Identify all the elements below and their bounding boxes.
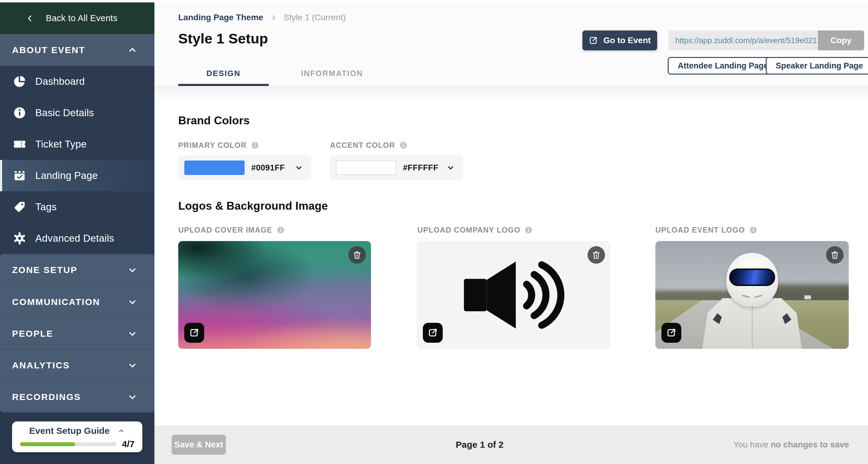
open-company-logo-button[interactable] — [423, 323, 443, 343]
event-logo-image — [655, 241, 849, 349]
upload-cards — [178, 241, 849, 349]
event-setup-guide-toggle[interactable]: Event Setup Guide — [20, 426, 134, 436]
group-label: ZONE SETUP — [12, 265, 78, 275]
save-next-button[interactable]: Save & Next — [172, 435, 226, 455]
page-title: Style 1 Setup — [178, 30, 268, 47]
breadcrumb: Landing Page Theme Style 1 (Current) — [178, 13, 346, 22]
group-label: COMMUNICATION — [12, 297, 100, 307]
sidebar-item-dashboard[interactable]: Dashboard — [0, 66, 154, 97]
progress-fill — [20, 442, 75, 446]
open-event-logo-button[interactable] — [661, 323, 681, 343]
sidebar-item-label: Basic Details — [35, 107, 94, 119]
guide-progress: 4/7 — [20, 439, 134, 449]
external-link-icon — [666, 327, 677, 338]
chevron-up-icon — [117, 427, 125, 435]
info-icon[interactable] — [399, 141, 407, 149]
delete-cover-image-button[interactable] — [348, 246, 366, 264]
trash-icon — [352, 250, 362, 260]
info-icon[interactable] — [525, 226, 533, 234]
sidebar-group-zone-setup[interactable]: ZONE SETUP — [0, 254, 154, 286]
open-cover-image-button[interactable] — [184, 323, 204, 343]
info-icon — [13, 106, 26, 120]
speaker-logo — [449, 251, 579, 339]
back-label: Back to All Events — [46, 13, 118, 23]
primary-color-swatch — [184, 160, 245, 175]
gear-icon — [13, 232, 26, 245]
color-pickers: #0091FF #FFFFFF — [178, 155, 849, 180]
racing-driver-figure — [701, 253, 803, 349]
accent-color-label: ACCENT COLOR — [330, 141, 395, 150]
status-prefix: You have — [734, 440, 771, 449]
trash-icon — [591, 250, 601, 260]
sidebar-item-landing-page[interactable]: Landing Page — [0, 160, 154, 191]
chevron-down-icon — [127, 360, 137, 370]
sidebar-group-recordings[interactable]: RECORDINGS — [0, 381, 154, 412]
back-to-all-events-button[interactable]: Back to All Events — [0, 2, 154, 34]
cover-image-preview — [178, 241, 371, 349]
app-window: Back to All Events ABOUT EVENT Dashboard… — [0, 0, 868, 464]
chevron-down-icon — [127, 265, 137, 275]
copy-button[interactable]: Copy — [818, 30, 864, 51]
sidebar-group-communication[interactable]: COMMUNICATION — [0, 286, 154, 317]
page-indicator: Page 1 of 2 — [226, 439, 734, 450]
sidebar-item-basic-details[interactable]: Basic Details — [0, 97, 154, 128]
primary-color-label-group: PRIMARY COLOR — [178, 141, 311, 150]
sidebar-item-ticket-type[interactable]: Ticket Type — [0, 128, 154, 160]
event-label-group: UPLOAD EVENT LOGO — [655, 226, 849, 235]
chevron-down-icon — [127, 329, 137, 339]
upload-event-logo-label: UPLOAD EVENT LOGO — [655, 226, 745, 235]
about-event-label: ABOUT EVENT — [12, 45, 85, 55]
sidebar-section-about-event[interactable]: ABOUT EVENT — [0, 34, 154, 66]
sidebar-group-analytics[interactable]: ANALYTICS — [0, 349, 154, 381]
trash-icon — [830, 250, 840, 260]
upload-cover-image-label: UPLOAD COVER IMAGE — [178, 226, 272, 235]
accent-color-label-group: ACCENT COLOR — [330, 141, 407, 150]
chevron-down-icon — [446, 163, 455, 172]
breadcrumb-landing-page-theme[interactable]: Landing Page Theme — [178, 13, 263, 22]
footer-bar: Save & Next Page 1 of 2 You have no chan… — [154, 425, 868, 464]
sidebar-item-label: Ticket Type — [35, 138, 87, 150]
save-status: You have no changes to save — [734, 440, 849, 450]
tab-bar: DESIGN INFORMATION — [178, 69, 377, 86]
sidebar-item-tags[interactable]: Tags — [0, 191, 154, 223]
accent-color-picker[interactable]: #FFFFFF — [330, 155, 463, 180]
info-icon[interactable] — [251, 141, 259, 149]
delete-event-logo-button[interactable] — [826, 246, 843, 264]
go-to-event-label: Go to Event — [603, 36, 651, 45]
cover-label-group: UPLOAD COVER IMAGE — [178, 226, 372, 235]
accent-color-swatch — [336, 160, 396, 175]
sidebar-item-advanced-details[interactable]: Advanced Details — [0, 223, 154, 254]
sidebar-footer: Event Setup Guide 4/7 — [0, 412, 154, 464]
event-url[interactable]: https://app.zuddl.com/p/a/event/519e021.… — [669, 30, 818, 51]
speaker-landing-page-button[interactable]: Speaker Landing Page — [766, 57, 868, 74]
go-to-event-button[interactable]: Go to Event — [582, 30, 657, 51]
upload-labels: UPLOAD COVER IMAGE UPLOAD COMPANY LOGO U… — [178, 226, 849, 235]
event-logo-preview — [655, 241, 849, 349]
sidebar-collapsed-groups: ZONE SETUP COMMUNICATION PEOPLE ANALYTIC… — [0, 254, 154, 412]
guide-title: Event Setup Guide — [29, 426, 110, 436]
chevron-left-icon — [25, 14, 34, 23]
tab-design[interactable]: DESIGN — [178, 69, 269, 86]
delete-company-logo-button[interactable] — [588, 246, 605, 264]
sidebar-item-label: Advanced Details — [35, 233, 114, 244]
pie-chart-icon — [13, 75, 26, 88]
event-url-group: https://app.zuddl.com/p/a/event/519e021.… — [669, 30, 864, 51]
chevron-up-icon — [127, 45, 137, 55]
breadcrumb-current: Style 1 (Current) — [284, 13, 346, 22]
attendee-landing-page-button[interactable]: Attendee Landing Page — [668, 57, 778, 74]
cover-image — [178, 241, 371, 349]
page-header: Landing Page Theme Style 1 (Current) Sty… — [154, 2, 868, 86]
group-label: PEOPLE — [12, 329, 53, 339]
tab-information[interactable]: INFORMATION — [287, 69, 377, 86]
status-bold: no changes to save — [771, 440, 849, 449]
primary-color-picker[interactable]: #0091FF — [178, 155, 311, 180]
sidebar-group-people[interactable]: PEOPLE — [0, 317, 154, 349]
info-icon[interactable] — [277, 226, 285, 234]
brand-colors-heading: Brand Colors — [178, 114, 849, 127]
ticket-icon — [13, 137, 27, 151]
event-setup-guide-card: Event Setup Guide 4/7 — [12, 422, 142, 452]
sidebar-item-label: Landing Page — [35, 170, 98, 181]
info-icon[interactable] — [749, 226, 757, 234]
chevron-down-icon — [127, 392, 137, 402]
progress-track — [20, 442, 116, 446]
